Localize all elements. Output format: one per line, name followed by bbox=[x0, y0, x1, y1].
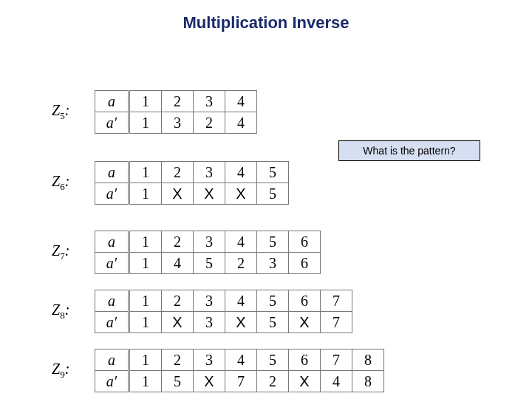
cell: X bbox=[162, 312, 194, 333]
cell: 3 bbox=[194, 349, 225, 371]
group-label-Z7: Z7: bbox=[52, 242, 95, 262]
row-head: a′ bbox=[95, 371, 129, 392]
cell: 7 bbox=[225, 371, 257, 392]
table-Z6: a12345a′1XXX5 bbox=[95, 161, 289, 205]
cell: X bbox=[162, 183, 194, 205]
cell: 5 bbox=[257, 290, 289, 312]
cell: 3 bbox=[194, 312, 225, 333]
group-label-Z9: Z9: bbox=[52, 361, 95, 381]
cell: X bbox=[194, 183, 225, 205]
row-head: a′ bbox=[95, 253, 129, 274]
cell: 6 bbox=[289, 231, 321, 253]
cell: X bbox=[225, 183, 257, 205]
cell: 8 bbox=[352, 349, 384, 371]
cell: 3 bbox=[194, 162, 225, 183]
table-Z9: a12345678a′15X72X48 bbox=[95, 349, 384, 392]
row-head: a bbox=[95, 290, 129, 312]
row-head: a bbox=[95, 231, 129, 253]
cell: 5 bbox=[257, 349, 289, 371]
cell: 2 bbox=[257, 371, 289, 392]
cell: 2 bbox=[162, 91, 194, 112]
cell: X bbox=[225, 312, 257, 333]
cell: 4 bbox=[225, 231, 257, 253]
cell: 1 bbox=[129, 162, 162, 183]
cell: 6 bbox=[289, 253, 321, 274]
cell: 4 bbox=[321, 371, 352, 392]
row-head: a bbox=[95, 91, 129, 112]
table-Z5: a1234a′1324 bbox=[95, 90, 257, 134]
cell: 3 bbox=[162, 112, 194, 134]
cell: 3 bbox=[194, 290, 225, 312]
cell: 1 bbox=[129, 371, 162, 392]
group-Z9: Z9:a12345678a′15X72X48 bbox=[52, 349, 384, 392]
cell: 5 bbox=[194, 253, 225, 274]
cell: 7 bbox=[321, 312, 352, 333]
group-label-Z5: Z5: bbox=[52, 102, 95, 122]
row-head: a′ bbox=[95, 183, 129, 205]
table-Z7: a123456a′145236 bbox=[95, 231, 321, 274]
cell: 1 bbox=[129, 349, 162, 371]
cell: X bbox=[289, 371, 321, 392]
cell: 4 bbox=[225, 290, 257, 312]
group-Z5: Z5:a1234a′1324 bbox=[52, 90, 257, 134]
row-head: a bbox=[95, 349, 129, 371]
page-title: Multiplication Inverse bbox=[0, 13, 532, 33]
cell: 6 bbox=[289, 349, 321, 371]
cell: 3 bbox=[257, 253, 289, 274]
group-Z8: Z8:a1234567a′1X3X5X7 bbox=[52, 290, 352, 333]
cell: 8 bbox=[352, 371, 384, 392]
row-head: a bbox=[95, 162, 129, 183]
cell: 2 bbox=[162, 349, 194, 371]
cell: 4 bbox=[225, 162, 257, 183]
pattern-callout: What is the pattern? bbox=[338, 140, 480, 161]
cell: 7 bbox=[321, 349, 352, 371]
cell: 4 bbox=[225, 91, 257, 112]
cell: 7 bbox=[321, 290, 352, 312]
cell: 3 bbox=[194, 91, 225, 112]
cell: 1 bbox=[129, 91, 162, 112]
cell: 1 bbox=[129, 312, 162, 333]
cell: 5 bbox=[257, 183, 289, 205]
cell: 4 bbox=[162, 253, 194, 274]
cell: 5 bbox=[162, 371, 194, 392]
cell: 3 bbox=[194, 231, 225, 253]
cell: 1 bbox=[129, 112, 162, 134]
row-head: a′ bbox=[95, 312, 129, 333]
cell: 1 bbox=[129, 290, 162, 312]
cell: 1 bbox=[129, 183, 162, 205]
cell: X bbox=[289, 312, 321, 333]
cell: 1 bbox=[129, 253, 162, 274]
cell: 2 bbox=[225, 253, 257, 274]
cell: 6 bbox=[289, 290, 321, 312]
cell: 4 bbox=[225, 112, 257, 134]
cell: 5 bbox=[257, 162, 289, 183]
cell: 5 bbox=[257, 312, 289, 333]
cell: 5 bbox=[257, 231, 289, 253]
cell: 2 bbox=[162, 231, 194, 253]
cell: 1 bbox=[129, 231, 162, 253]
group-Z7: Z7:a123456a′145236 bbox=[52, 231, 321, 274]
group-label-Z6: Z6: bbox=[52, 173, 95, 193]
group-Z6: Z6:a12345a′1XXX5 bbox=[52, 161, 289, 205]
cell: 2 bbox=[194, 112, 225, 134]
table-Z8: a1234567a′1X3X5X7 bbox=[95, 290, 352, 333]
cell: 4 bbox=[225, 349, 257, 371]
row-head: a′ bbox=[95, 112, 129, 134]
cell: 2 bbox=[162, 162, 194, 183]
cell: X bbox=[194, 371, 225, 392]
cell: 2 bbox=[162, 290, 194, 312]
group-label-Z8: Z8: bbox=[52, 301, 95, 321]
